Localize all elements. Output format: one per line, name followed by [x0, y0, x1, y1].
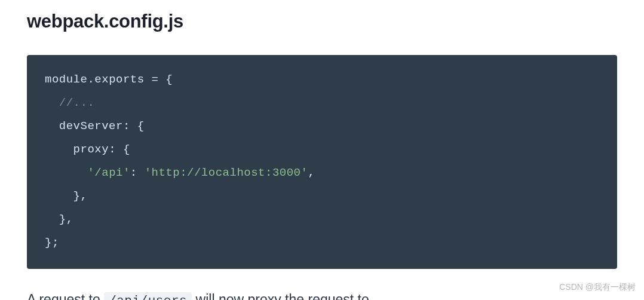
body-text-suffix: will now proxy the request to	[192, 292, 369, 301]
body-paragraph: A request to /api/users will now proxy t…	[27, 289, 617, 301]
inline-code: /api/users	[104, 292, 192, 301]
filename-heading: webpack.config.js	[27, 11, 617, 32]
code-line: proxy: {	[45, 138, 599, 161]
code-line: },	[45, 208, 599, 231]
code-line: '/api': 'http://localhost:3000',	[45, 161, 599, 185]
doc-container: webpack.config.js module.exports = { //.…	[0, 11, 644, 300]
watermark: CSDN @我有一棵树	[559, 282, 636, 293]
code-line: },	[45, 185, 599, 208]
code-line: devServer: {	[45, 115, 599, 138]
code-line: module.exports = {	[45, 68, 599, 91]
body-text-prefix: A request to	[27, 292, 104, 301]
code-block: module.exports = { //... devServer: { pr…	[27, 55, 617, 269]
code-line: //...	[45, 91, 599, 115]
code-line: };	[45, 231, 599, 255]
